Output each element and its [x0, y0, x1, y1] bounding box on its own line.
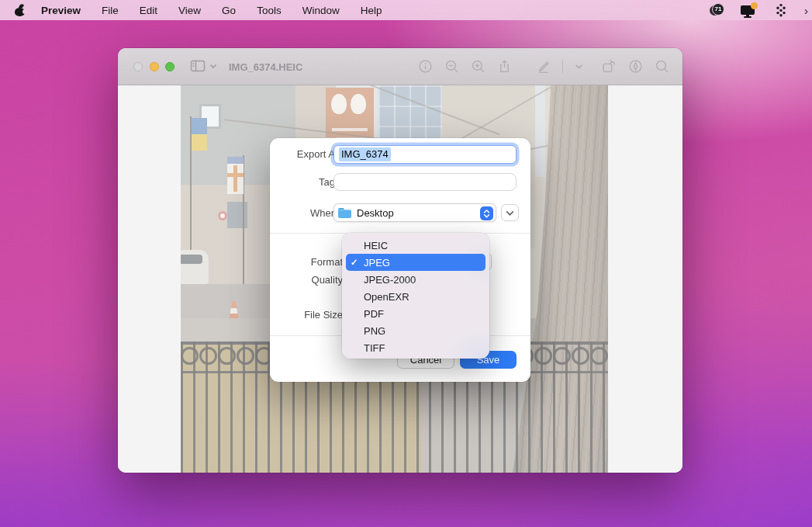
monitor-base [744, 16, 752, 18]
zoom-in-icon [471, 59, 485, 74]
menu-view[interactable]: View [178, 5, 201, 16]
format-menu: HEIC ✓ JPEG JPEG-2000 OpenEXR PDF PNG TI… [342, 233, 489, 359]
menu-edit[interactable]: Edit [140, 5, 157, 16]
folder-icon [338, 208, 351, 218]
highlighter-icon [628, 59, 643, 74]
menu-app-preview[interactable]: Preview [41, 5, 81, 16]
tags-label: Tags: [273, 176, 343, 188]
zoom-in-button[interactable] [471, 59, 485, 74]
where-popup[interactable]: Desktop [333, 203, 496, 222]
close-button[interactable] [133, 62, 143, 71]
search-button[interactable] [655, 59, 669, 74]
menu-file[interactable]: File [102, 5, 119, 16]
markup-menu-chevron[interactable] [575, 63, 583, 70]
expand-sheet-button[interactable] [501, 204, 519, 221]
overflow-chevron-icon[interactable]: › [804, 4, 810, 17]
menu-help[interactable]: Help [361, 5, 382, 16]
fullscreen-button[interactable] [165, 62, 174, 71]
menu-window[interactable]: Window [302, 5, 340, 16]
format-option-pdf[interactable]: PDF [346, 305, 485, 322]
highlight-button[interactable] [628, 59, 643, 74]
tags-field[interactable] [333, 173, 517, 191]
format-option-heic[interactable]: HEIC [346, 237, 485, 254]
title-bar: IMG_6374.HEIC [118, 48, 682, 85]
format-option-tiff[interactable]: TIFF [346, 339, 485, 356]
where-label: Where: [273, 207, 343, 219]
sidebar-icon [190, 59, 206, 73]
info-icon [418, 59, 433, 74]
traffic-lights [133, 62, 174, 71]
badge-count: 71 [712, 3, 724, 16]
share-icon [497, 59, 512, 74]
option-label: TIFF [364, 342, 385, 354]
rotate-button[interactable] [601, 59, 617, 74]
option-label: HEIC [364, 240, 388, 251]
apple-menu-icon[interactable] [14, 5, 26, 16]
display-status-icon[interactable] [741, 2, 758, 18]
app-grid-status-icon[interactable] [774, 3, 788, 17]
markup-pencil-icon [536, 59, 551, 74]
chevron-down-icon [209, 63, 217, 69]
menu-bar: Preview File Edit View Go Tools Window H… [0, 0, 812, 20]
timer-badge-icon[interactable]: 71 [710, 3, 724, 18]
checkmark-icon: ✓ [351, 257, 364, 268]
desktop: Preview File Edit View Go Tools Window H… [0, 0, 812, 527]
export-name-value: IMG_6374 [339, 147, 391, 161]
quality-label: Quality [273, 274, 343, 286]
sidebar-toggle-button[interactable] [190, 59, 217, 73]
chevron-down-icon [575, 63, 583, 70]
export-as-label: Export As: [273, 148, 343, 160]
option-label: PNG [364, 325, 385, 337]
menu-bar-status-area: 71 › [710, 0, 812, 20]
markup-button[interactable] [536, 59, 551, 74]
minimize-button[interactable] [150, 62, 159, 71]
share-button[interactable] [497, 59, 512, 74]
rotate-icon [601, 59, 617, 74]
option-label: JPEG-2000 [364, 274, 416, 286]
file-size-label: File Size [273, 309, 343, 321]
zoom-out-icon [444, 59, 459, 74]
format-option-png[interactable]: PNG [346, 322, 485, 339]
toolbar [418, 59, 669, 74]
format-option-jpeg-2000[interactable]: JPEG-2000 [346, 271, 485, 288]
notification-dot [751, 2, 758, 9]
popup-stepper-icon [480, 206, 493, 220]
zoom-out-button[interactable] [444, 59, 459, 74]
option-label: PDF [364, 308, 384, 320]
menu-go[interactable]: Go [222, 5, 236, 16]
format-option-openexr[interactable]: OpenEXR [346, 288, 485, 305]
search-icon [655, 59, 669, 74]
apple-body [15, 8, 25, 16]
option-label: OpenEXR [364, 291, 409, 303]
export-name-field[interactable]: IMG_6374 [333, 145, 517, 164]
menu-tools[interactable]: Tools [257, 5, 282, 16]
format-label: Format [273, 256, 343, 268]
option-label: JPEG [364, 257, 390, 269]
window-title: IMG_6374.HEIC [229, 61, 302, 73]
chevron-down-icon [506, 210, 514, 217]
info-button[interactable] [418, 59, 433, 74]
format-option-jpeg[interactable]: ✓ JPEG [346, 254, 485, 271]
toolbar-divider [562, 60, 563, 73]
where-value: Desktop [357, 207, 394, 219]
